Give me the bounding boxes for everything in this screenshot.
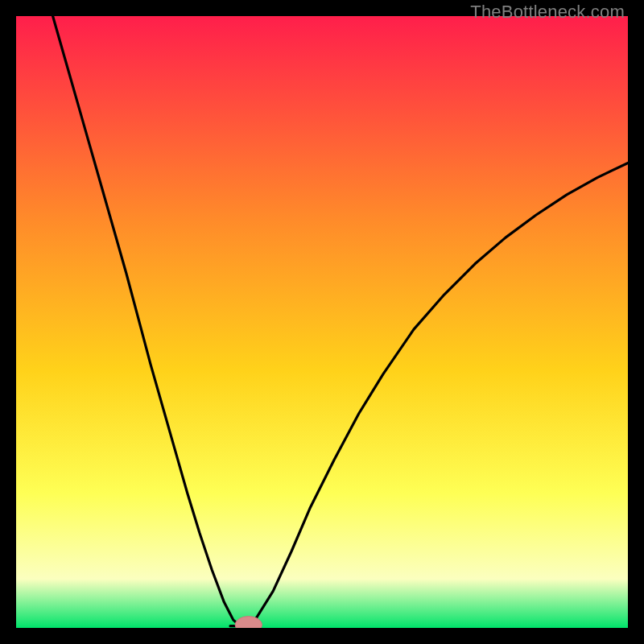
- chart-frame: [16, 16, 628, 628]
- watermark-text: TheBottleneck.com: [470, 2, 625, 23]
- chart-svg: [16, 16, 628, 628]
- gradient-background: [16, 16, 628, 628]
